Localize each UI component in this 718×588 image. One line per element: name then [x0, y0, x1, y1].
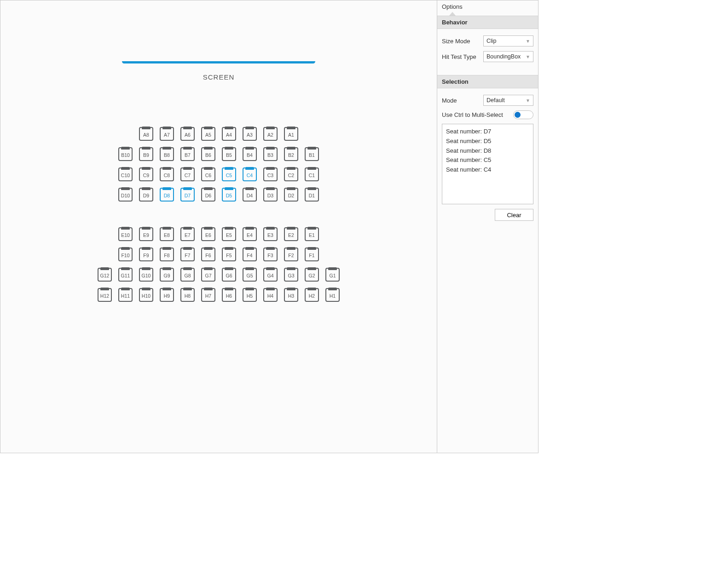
seat-c6[interactable]: C6 — [201, 167, 215, 181]
seat-d7[interactable]: D7 — [180, 188, 195, 202]
seat-c2[interactable]: C2 — [284, 167, 298, 181]
seat-h12[interactable]: H12 — [98, 288, 112, 302]
seat-g2[interactable]: G2 — [305, 268, 319, 282]
seat-b9[interactable]: B9 — [139, 147, 153, 161]
seat-label: A7 — [164, 132, 170, 138]
seat-b6[interactable]: B6 — [201, 147, 215, 161]
options-tab[interactable]: Options — [437, 0, 538, 16]
seat-h10[interactable]: H10 — [139, 288, 153, 302]
hit-test-select[interactable]: BoundingBox ▼ — [483, 51, 533, 62]
seat-a5[interactable]: A5 — [201, 127, 215, 141]
seat-a2[interactable]: A2 — [263, 127, 278, 141]
size-mode-row: Size Mode Clip ▼ — [442, 35, 533, 46]
seat-label: H6 — [226, 293, 232, 299]
seat-d1[interactable]: D1 — [305, 188, 319, 202]
seat-g4[interactable]: G4 — [263, 268, 278, 282]
seat-d2[interactable]: D2 — [284, 188, 298, 202]
seat-e6[interactable]: E6 — [201, 227, 215, 241]
seat-f9[interactable]: F9 — [139, 248, 153, 261]
seat-a1[interactable]: A1 — [284, 127, 298, 141]
seat-c1[interactable]: C1 — [305, 167, 319, 181]
seat-d4[interactable]: D4 — [243, 188, 257, 202]
seat-e9[interactable]: E9 — [139, 227, 153, 241]
hit-test-row: Hit Test Type BoundingBox ▼ — [442, 51, 533, 62]
seat-c7[interactable]: C7 — [180, 167, 195, 181]
seat-d5[interactable]: D5 — [222, 188, 236, 202]
seat-e1[interactable]: E1 — [305, 227, 319, 241]
seat-f2[interactable]: F2 — [284, 248, 298, 261]
seat-f1[interactable]: F1 — [305, 248, 319, 261]
seat-g1[interactable]: G1 — [325, 268, 340, 282]
seat-b8[interactable]: B8 — [160, 147, 174, 161]
multiselect-toggle[interactable] — [513, 110, 533, 119]
seat-c10[interactable]: C10 — [118, 167, 133, 181]
seat-g8[interactable]: G8 — [180, 268, 195, 282]
seat-g9[interactable]: G9 — [160, 268, 174, 282]
seat-b5[interactable]: B5 — [222, 147, 236, 161]
seat-f5[interactable]: F5 — [222, 248, 236, 261]
seat-h6[interactable]: H6 — [222, 288, 236, 302]
seat-label: F9 — [143, 253, 149, 258]
seat-g6[interactable]: G6 — [222, 268, 236, 282]
seat-e3[interactable]: E3 — [263, 227, 278, 241]
seat-c4[interactable]: C4 — [243, 167, 257, 181]
seat-e8[interactable]: E8 — [160, 227, 174, 241]
seat-b4[interactable]: B4 — [243, 147, 257, 161]
seat-row: H12H11H10H9H8H7H6H5H4H3H2H1 — [98, 288, 340, 302]
seat-e4[interactable]: E4 — [243, 227, 257, 241]
seat-h3[interactable]: H3 — [284, 288, 298, 302]
seat-b7[interactable]: B7 — [180, 147, 195, 161]
seat-h7[interactable]: H7 — [201, 288, 215, 302]
seat-a4[interactable]: A4 — [222, 127, 236, 141]
seat-map-panel: SCREEN A8A7A6A5A4A3A2A1B10B9B8B7B6B5B4B3… — [0, 0, 437, 453]
seat-d8[interactable]: D8 — [160, 188, 174, 202]
seat-f7[interactable]: F7 — [180, 248, 195, 261]
seat-f10[interactable]: F10 — [118, 248, 133, 261]
seat-h11[interactable]: H11 — [118, 288, 133, 302]
chevron-down-icon: ▼ — [526, 39, 530, 44]
seat-label: A1 — [288, 132, 294, 138]
seat-b3[interactable]: B3 — [263, 147, 278, 161]
seat-a6[interactable]: A6 — [180, 127, 195, 141]
seat-c3[interactable]: C3 — [263, 167, 278, 181]
seat-e10[interactable]: E10 — [118, 227, 133, 241]
seat-f3[interactable]: F3 — [263, 248, 278, 261]
seat-a8[interactable]: A8 — [139, 127, 153, 141]
seat-f8[interactable]: F8 — [160, 248, 174, 261]
seat-b2[interactable]: B2 — [284, 147, 298, 161]
seat-c5[interactable]: C5 — [222, 167, 236, 181]
seat-c8[interactable]: C8 — [160, 167, 174, 181]
seat-d10[interactable]: D10 — [118, 188, 133, 202]
clear-button[interactable]: Clear — [495, 209, 533, 221]
seat-e5[interactable]: E5 — [222, 227, 236, 241]
selection-mode-select[interactable]: Default ▼ — [483, 95, 533, 106]
seat-f6[interactable]: F6 — [201, 248, 215, 261]
seat-h8[interactable]: H8 — [180, 288, 195, 302]
size-mode-select[interactable]: Clip ▼ — [483, 35, 533, 46]
seat-h5[interactable]: H5 — [243, 288, 257, 302]
seat-d3[interactable]: D3 — [263, 188, 278, 202]
seat-h9[interactable]: H9 — [160, 288, 174, 302]
seat-c9[interactable]: C9 — [139, 167, 153, 181]
selection-section-header: Selection — [437, 75, 538, 88]
seat-g7[interactable]: G7 — [201, 268, 215, 282]
seat-e2[interactable]: E2 — [284, 227, 298, 241]
seat-g10[interactable]: G10 — [139, 268, 153, 282]
seat-g11[interactable]: G11 — [118, 268, 133, 282]
seat-h2[interactable]: H2 — [305, 288, 319, 302]
seat-f4[interactable]: F4 — [243, 248, 257, 261]
seat-d6[interactable]: D6 — [201, 188, 215, 202]
seat-h4[interactable]: H4 — [263, 288, 278, 302]
seat-a7[interactable]: A7 — [160, 127, 174, 141]
seat-d9[interactable]: D9 — [139, 188, 153, 202]
seat-g12[interactable]: G12 — [98, 268, 112, 282]
seat-h1[interactable]: H1 — [325, 288, 340, 302]
seat-g3[interactable]: G3 — [284, 268, 298, 282]
seat-row: C10C9C8C7C6C5C4C3C2C1 — [118, 167, 319, 181]
seat-a3[interactable]: A3 — [243, 127, 257, 141]
seat-b1[interactable]: B1 — [305, 147, 319, 161]
seat-e7[interactable]: E7 — [180, 227, 195, 241]
seat-label: C3 — [267, 173, 273, 178]
seat-b10[interactable]: B10 — [118, 147, 133, 161]
seat-g5[interactable]: G5 — [243, 268, 257, 282]
